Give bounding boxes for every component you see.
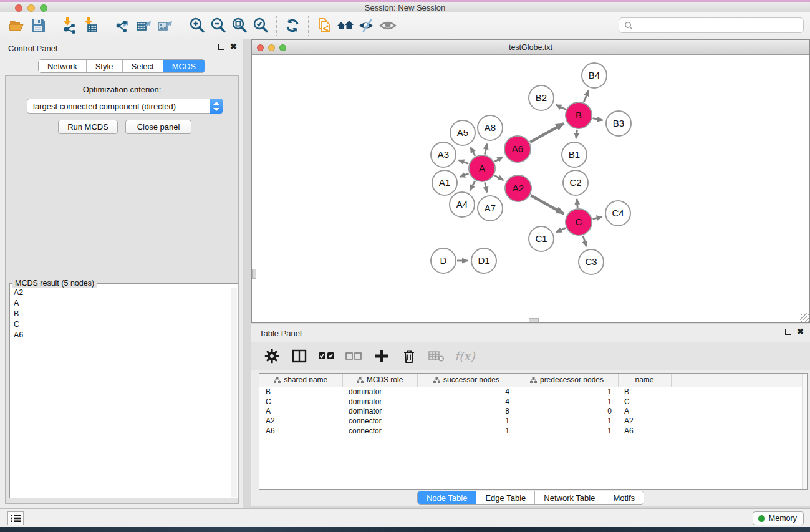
table-row[interactable]: Adominator80A [259, 407, 803, 417]
close-table-panel-icon[interactable]: ✖ [797, 329, 804, 335]
zoom-selected-icon[interactable] [250, 15, 271, 36]
tab-motifs[interactable]: Motifs [604, 491, 644, 504]
graph-edge-A-A4[interactable] [470, 181, 475, 190]
mcds-result-item[interactable]: C [11, 319, 231, 329]
cell-predecessor_nodes[interactable]: 1 [516, 397, 618, 407]
export-image-icon[interactable] [155, 15, 176, 36]
graph-edge-A-A1[interactable] [460, 173, 468, 177]
search-field[interactable] [619, 17, 804, 33]
task-history-button[interactable] [7, 511, 24, 525]
cell-mcds_role[interactable]: connector [342, 416, 417, 426]
cell-name[interactable]: C [618, 397, 671, 407]
graph-edge-A-A8[interactable] [485, 143, 487, 154]
network-window-titlebar[interactable]: testGlobe.txt [252, 40, 809, 55]
table-row[interactable]: Bdominator41B [259, 387, 803, 397]
graph-edge-B-B2[interactable] [556, 105, 566, 109]
delete-column-icon[interactable] [400, 347, 418, 365]
cell-shared_name[interactable]: B [259, 387, 342, 397]
graph-edge-C-C3[interactable] [583, 236, 586, 246]
mcds-list-scrollbar[interactable] [231, 288, 237, 497]
select-all-columns-icon[interactable] [317, 347, 336, 365]
float-table-panel-icon[interactable] [785, 329, 791, 335]
graph-edge-A-A5[interactable] [470, 147, 475, 156]
cell-predecessor_nodes[interactable]: 1 [516, 416, 618, 426]
mcds-result-item[interactable]: A [11, 298, 231, 309]
close-panel-button[interactable]: Close panel [125, 120, 191, 134]
open-session-icon[interactable] [6, 15, 27, 36]
canvas-bottom-grip[interactable] [529, 318, 539, 322]
tab-mcds[interactable]: MCDS [163, 60, 205, 72]
cell-mcds_role[interactable]: connector [342, 426, 417, 436]
table-settings-gear-icon[interactable] [263, 347, 281, 365]
cell-name[interactable]: A6 [618, 426, 671, 436]
cell-successor_nodes[interactable]: 1 [417, 426, 516, 436]
graph-edge-A-A7[interactable] [485, 183, 487, 193]
column-header-successor_nodes[interactable]: successor nodes [417, 374, 516, 387]
graph-edge-A-A6[interactable] [494, 157, 503, 162]
table-row[interactable]: A6connector11A6 [259, 426, 803, 436]
column-header-predecessor_nodes[interactable]: predecessor nodes [516, 374, 618, 387]
show-columns-icon[interactable] [290, 347, 309, 365]
column-header-name[interactable]: name [618, 374, 671, 387]
graph-edge-A6-B[interactable] [530, 123, 564, 142]
graph-edge-C-C1[interactable] [556, 228, 566, 232]
tab-edge-table[interactable]: Edge Table [476, 491, 535, 504]
optimization-criterion-select[interactable]: largest connected component (directed) [27, 99, 223, 114]
save-session-icon[interactable] [27, 15, 49, 36]
cell-predecessor_nodes[interactable]: 1 [516, 387, 618, 397]
cell-successor_nodes[interactable]: 4 [417, 387, 516, 397]
column-header-mcds_role[interactable]: MCDS role [342, 374, 417, 387]
graph-edge-A-A2[interactable] [494, 175, 503, 180]
cell-shared_name[interactable]: C [259, 397, 342, 407]
cell-mcds_role[interactable]: dominator [342, 387, 417, 397]
graph-edge-A-A3[interactable] [459, 160, 469, 164]
graph-edge-C-C2[interactable] [577, 199, 577, 208]
graph-edge-B-B4[interactable] [584, 90, 588, 102]
memory-button[interactable]: Memory [753, 511, 804, 525]
cell-shared_name[interactable]: A2 [259, 416, 342, 426]
cell-shared_name[interactable]: A [259, 407, 342, 417]
cell-mcds_role[interactable]: dominator [342, 407, 417, 417]
tab-style[interactable]: Style [87, 60, 123, 72]
unselect-all-columns-icon[interactable] [345, 347, 364, 365]
cell-predecessor_nodes[interactable]: 1 [516, 426, 618, 436]
column-header-shared_name[interactable]: shared name [259, 374, 342, 387]
table-row[interactable]: Cdominator41C [259, 397, 803, 407]
mcds-result-item[interactable]: A2 [11, 288, 231, 298]
clone-network-icon[interactable] [314, 15, 335, 36]
canvas-left-grip[interactable] [252, 269, 256, 279]
export-table-icon[interactable] [133, 15, 155, 36]
cell-name[interactable]: A [618, 407, 671, 417]
tab-node-table[interactable]: Node Table [418, 491, 477, 504]
cell-name[interactable]: A2 [618, 416, 671, 426]
export-network-icon[interactable] [112, 15, 133, 36]
zoom-in-icon[interactable] [186, 15, 208, 36]
import-network-icon[interactable] [59, 15, 80, 36]
graph-edge-A2-C[interactable] [531, 195, 564, 214]
hide-eye-icon[interactable] [356, 15, 377, 36]
tab-select[interactable]: Select [123, 60, 163, 72]
table-scrollbar[interactable] [802, 374, 807, 489]
window-resize-grip[interactable] [800, 313, 809, 322]
run-mcds-button[interactable]: Run MCDS [58, 120, 118, 134]
graph-edge-B-B1[interactable] [576, 130, 577, 138]
close-panel-icon[interactable]: ✖ [230, 44, 237, 50]
cell-predecessor_nodes[interactable]: 0 [516, 407, 618, 417]
refresh-icon[interactable] [282, 15, 303, 36]
table-row[interactable]: A2connector11A2 [259, 416, 803, 426]
create-column-icon[interactable] [372, 347, 391, 365]
import-table-icon[interactable] [80, 15, 102, 36]
float-panel-icon[interactable] [218, 44, 224, 50]
tab-network-table[interactable]: Network Table [535, 491, 604, 504]
cell-successor_nodes[interactable]: 1 [417, 416, 516, 426]
mcds-result-item[interactable]: B [11, 309, 231, 319]
cell-mcds_role[interactable]: dominator [342, 397, 417, 407]
graph-edge-B-B3[interactable] [593, 118, 603, 120]
graph-edge-C-C4[interactable] [592, 217, 602, 219]
cell-name[interactable]: B [618, 387, 671, 397]
network-canvas[interactable]: AA1A2A3A4A5A6A7A8BB1B2B3B4CC1C2C3C4DD1 [252, 55, 809, 322]
zoom-out-icon[interactable] [208, 15, 229, 36]
cell-shared_name[interactable]: A6 [259, 426, 342, 436]
tab-network[interactable]: Network [39, 60, 87, 72]
network-home-icon[interactable] [335, 15, 356, 36]
